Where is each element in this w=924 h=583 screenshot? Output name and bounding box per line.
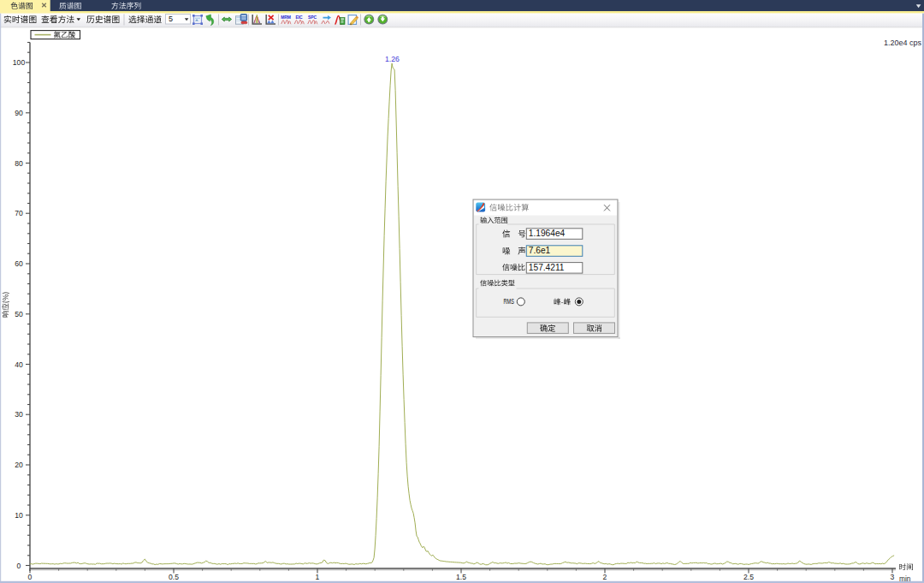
svg-text:100: 100 [13,58,26,67]
svg-text:EIC: EIC [295,15,303,20]
svg-text:1: 1 [316,573,320,581]
svg-text:80: 80 [15,159,23,168]
svg-text:5: 5 [169,15,173,23]
svg-text:1.26: 1.26 [385,55,400,63]
svg-text:157.4211: 157.4211 [529,263,565,272]
svg-text:SPC: SPC [308,15,317,20]
svg-text:MRM: MRM [281,15,291,20]
svg-text:10: 10 [15,511,23,520]
svg-text:7.6e1: 7.6e1 [529,246,551,255]
svg-text:40: 40 [15,360,23,369]
svg-text:1.20e4 cps: 1.20e4 cps [884,39,922,47]
svg-text:0: 0 [17,562,21,570]
svg-text:90: 90 [15,109,23,117]
svg-text:0.5: 0.5 [169,573,179,581]
svg-text:2.5: 2.5 [743,573,754,581]
svg-text:30: 30 [15,410,23,419]
svg-text:70: 70 [15,209,23,217]
svg-text:3: 3 [891,573,895,581]
svg-text:0: 0 [28,573,33,581]
svg-text:1.1964e4: 1.1964e4 [529,229,566,238]
svg-text:60: 60 [15,259,23,268]
svg-text:2: 2 [603,573,607,581]
svg-text:RMS: RMS [504,297,515,306]
svg-text:20: 20 [15,461,23,469]
svg-text:50: 50 [15,310,23,318]
svg-text:1.5: 1.5 [456,573,466,581]
svg-text:min: min [899,574,911,583]
